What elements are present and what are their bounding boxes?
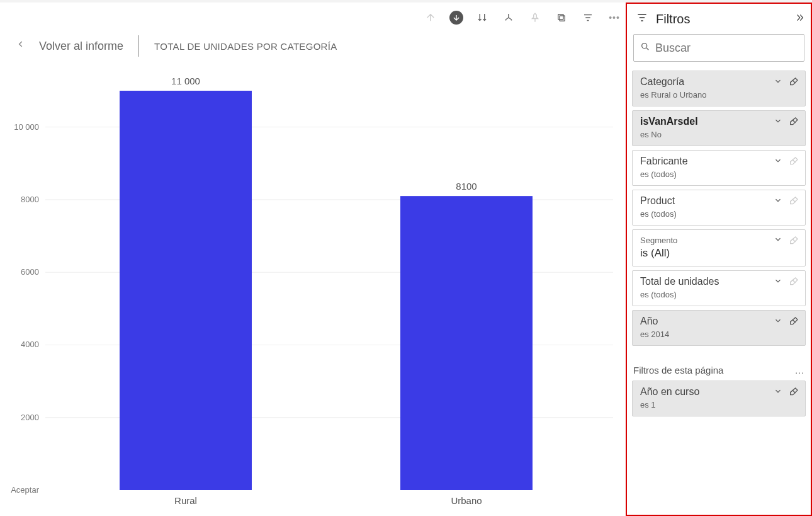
filter-card[interactable]: Total de unidadeses (todos) <box>632 270 806 306</box>
next-level-icon[interactable] <box>475 10 490 25</box>
chevron-down-icon[interactable] <box>774 235 782 246</box>
y-tick-label: 8000 <box>21 195 39 204</box>
search-icon <box>640 42 650 54</box>
visual-level-filters: Categoríaes Rural o UrbanoisVanArsdeles … <box>629 71 808 346</box>
x-tick-label: Rural <box>174 495 197 506</box>
page-filters-label: Filtros de esta página <box>633 365 723 376</box>
filters-header: Filtros <box>629 8 808 34</box>
filters-search[interactable] <box>633 34 804 62</box>
clear-filter-icon[interactable] <box>789 387 799 397</box>
filter-card-name: Año en curso <box>640 386 774 398</box>
filter-card[interactable]: Categoríaes Rural o Urbano <box>632 71 806 106</box>
back-arrow-icon[interactable] <box>16 38 25 54</box>
y-tick-label: 10 000 <box>14 122 39 132</box>
clear-filter-icon[interactable] <box>789 316 799 326</box>
chevron-down-icon[interactable] <box>774 196 782 207</box>
visual-toolbar: ••• <box>423 10 622 25</box>
y-axis-label: Aceptar <box>11 485 39 495</box>
filter-card-summary: es (todos) <box>640 169 799 179</box>
filter-card[interactable]: Fabricantees (todos) <box>632 150 806 186</box>
pin-icon[interactable] <box>527 10 543 25</box>
back-to-report-link[interactable]: Volver al informe <box>39 40 123 53</box>
filter-card[interactable]: isVanArsdeles No <box>632 110 806 146</box>
header-filter-icon[interactable] <box>580 10 595 25</box>
more-options-icon[interactable]: ••• <box>607 10 622 25</box>
filter-card-name: Fabricante <box>640 156 774 167</box>
collapse-pane-icon[interactable] <box>794 13 804 26</box>
svg-point-7 <box>642 43 647 49</box>
chevron-down-icon[interactable] <box>774 277 782 287</box>
drill-up-icon[interactable] <box>423 10 438 25</box>
expand-level-icon[interactable] <box>501 10 516 25</box>
filter-card-name: Categoría <box>640 76 774 88</box>
filter-card-summary: es (todos) <box>640 290 799 299</box>
filters-pane: Filtros Categoríaes Rural o UrbanoisVanA… <box>626 3 812 516</box>
filter-card-summary: es (todos) <box>640 209 799 219</box>
bar-chart: 200040006000800010 000Aceptar11 000Rural… <box>3 78 619 513</box>
clear-filter-icon[interactable] <box>789 277 799 287</box>
chart-bar[interactable] <box>400 196 533 490</box>
clear-filter-icon[interactable] <box>789 236 799 246</box>
y-tick-label: 4000 <box>21 340 39 349</box>
x-tick-label: Urbano <box>451 495 482 506</box>
chart-header: Volver al informe TOTAL DE UNIDADES POR … <box>16 35 337 57</box>
clear-filter-icon[interactable] <box>789 156 799 166</box>
page-filters-header: Filtros de esta página ... <box>629 350 808 381</box>
drill-down-on-icon[interactable] <box>449 11 463 25</box>
chart-title: TOTAL DE UNIDADES POR CATEGORÍA <box>154 41 337 52</box>
chevron-down-icon[interactable] <box>774 77 782 88</box>
clear-filter-icon[interactable] <box>789 196 799 206</box>
filter-card-name: Segmento <box>640 236 774 245</box>
clear-filter-icon[interactable] <box>789 117 799 127</box>
filter-card-summary: es 2014 <box>640 330 799 339</box>
filter-card-summary: es Rural o Urbano <box>640 90 799 100</box>
svg-rect-0 <box>560 16 565 21</box>
bar-value-label: 8100 <box>456 181 476 192</box>
filter-card-name: Product <box>640 195 774 207</box>
filter-card[interactable]: Productes (todos) <box>632 190 806 226</box>
chevron-down-icon[interactable] <box>774 156 782 167</box>
svg-rect-1 <box>558 14 563 20</box>
filter-card[interactable]: Segmentois (All) <box>632 229 806 267</box>
filter-card[interactable]: Añoes 2014 <box>632 310 806 346</box>
y-tick-label: 6000 <box>21 267 39 277</box>
filter-card-summary: es 1 <box>640 400 799 410</box>
filter-card-name: Año <box>640 316 774 327</box>
filter-card-name: Total de unidades <box>640 276 774 287</box>
filter-card[interactable]: Año en cursoes 1 <box>632 381 806 416</box>
clear-filter-icon[interactable] <box>789 77 799 87</box>
chevron-down-icon[interactable] <box>774 387 782 398</box>
copy-icon[interactable] <box>554 10 569 25</box>
y-tick-label: 2000 <box>21 413 39 422</box>
chevron-down-icon[interactable] <box>774 316 782 327</box>
filter-card-summary: es No <box>640 130 799 139</box>
header-separator <box>138 35 139 57</box>
filters-search-input[interactable] <box>654 41 798 55</box>
chart-bar[interactable] <box>120 91 252 490</box>
main-area: ••• Volver al informe TOTAL DE UNIDADES … <box>0 3 626 516</box>
filters-title: Filtros <box>656 12 794 26</box>
bar-value-label: 11 000 <box>171 78 200 86</box>
filter-card-name: isVanArsdel <box>640 116 774 127</box>
page-level-filters: Año en cursoes 1 <box>629 381 808 416</box>
filter-card-summary: is (All) <box>640 247 799 260</box>
page-filters-more-icon[interactable]: ... <box>795 365 804 376</box>
chevron-down-icon[interactable] <box>774 117 782 127</box>
filter-icon <box>636 11 648 26</box>
